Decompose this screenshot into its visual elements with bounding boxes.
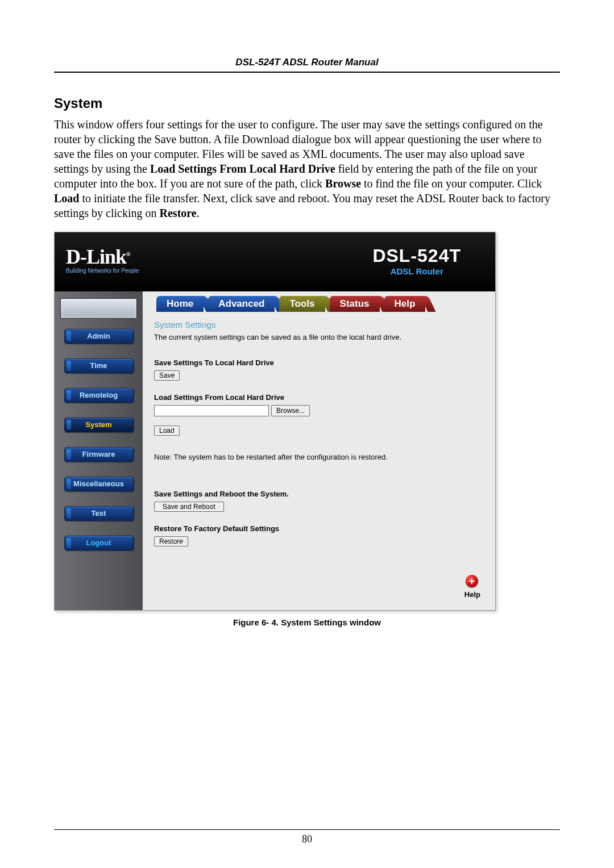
- model-name: DSL-524T: [372, 245, 461, 266]
- ui-body: Admin Time Remotelog System Firmware Mis…: [55, 291, 495, 610]
- page-number: 80: [54, 829, 560, 845]
- restore-heading: Restore To Factory Default Settings: [154, 524, 484, 533]
- panel-title: System Settings: [154, 320, 484, 329]
- model-block: DSL-524T ADSL Router: [372, 245, 461, 276]
- sidebar-item-miscellaneous[interactable]: Miscellaneous: [64, 477, 134, 491]
- running-header: DSL-524T ADSL Router Manual: [54, 57, 560, 73]
- file-path-input[interactable]: [154, 405, 269, 416]
- help-block: + Help: [154, 564, 484, 598]
- load-settings-heading: Load Settings From Local Hard Drive: [154, 393, 484, 402]
- sidebar-item-system[interactable]: System: [64, 418, 134, 432]
- save-and-reboot-button[interactable]: Save and Reboot: [154, 502, 224, 512]
- term-restore: Restore: [160, 207, 197, 219]
- logo-text: D-Link®: [66, 248, 139, 266]
- help-icon[interactable]: +: [466, 575, 478, 587]
- tab-home[interactable]: Home: [156, 296, 204, 312]
- sidebar-item-remotelog[interactable]: Remotelog: [64, 388, 134, 403]
- term-browse: Browse: [325, 177, 361, 190]
- save-button[interactable]: Save: [154, 370, 180, 381]
- file-picker-row: Browse...: [154, 405, 484, 416]
- tab-status[interactable]: Status: [330, 296, 380, 312]
- panel-description: The current system settings can be saved…: [154, 333, 484, 341]
- router-ui-screenshot: D-Link® Building Networks for People DSL…: [54, 232, 496, 611]
- model-type: ADSL Router: [372, 266, 461, 276]
- settings-panel: System Settings The current system setti…: [151, 318, 487, 603]
- logo-tagline: Building Networks for People: [66, 268, 139, 274]
- section-title: System: [54, 95, 560, 111]
- restart-note: Note: The system has to be restarted aft…: [154, 453, 484, 461]
- registered-mark: ®: [126, 251, 130, 257]
- help-label: Help: [464, 590, 480, 599]
- header-bar: D-Link® Building Networks for People DSL…: [55, 232, 495, 291]
- load-button[interactable]: Load: [154, 425, 180, 436]
- logo-word: D-Link: [66, 245, 126, 268]
- manual-page: DSL-524T ADSL Router Manual System This …: [0, 0, 614, 868]
- term-load-settings: Load Settings From Local Hard Drive: [150, 162, 335, 175]
- figure-caption: Figure 6- 4. System Settings window: [54, 617, 560, 627]
- tab-advanced[interactable]: Advanced: [208, 296, 275, 312]
- section-paragraph: This window offers four settings for the…: [54, 117, 560, 220]
- sidebar-item-time[interactable]: Time: [64, 358, 134, 373]
- browse-button[interactable]: Browse...: [271, 405, 310, 416]
- sidebar-item-logout[interactable]: Logout: [64, 536, 134, 550]
- tab-help[interactable]: Help: [384, 296, 426, 312]
- brand-logo: D-Link® Building Networks for People: [66, 248, 139, 273]
- sidebar-item-admin[interactable]: Admin: [64, 329, 134, 344]
- top-tabs: Home Advanced Tools Status Help: [151, 296, 487, 312]
- sidebar: Admin Time Remotelog System Firmware Mis…: [55, 291, 143, 610]
- body-text: to initiate the file transfer. Next, cli…: [54, 192, 550, 219]
- reboot-heading: Save Settings and Reboot the System.: [154, 490, 484, 498]
- spacer: [154, 416, 484, 425]
- save-settings-heading: Save Settings To Local Hard Drive: [154, 358, 484, 367]
- term-load: Load: [54, 192, 79, 205]
- body-text: to find the file on your computer. Click: [361, 177, 542, 190]
- sidebar-item-test[interactable]: Test: [64, 506, 134, 521]
- body-text: .: [197, 207, 200, 219]
- restore-button[interactable]: Restore: [154, 536, 188, 546]
- main-panel: Home Advanced Tools Status Help System S…: [143, 291, 495, 610]
- tab-tools[interactable]: Tools: [279, 296, 325, 312]
- product-thumbnail-icon: [60, 298, 137, 319]
- sidebar-item-firmware[interactable]: Firmware: [64, 447, 134, 462]
